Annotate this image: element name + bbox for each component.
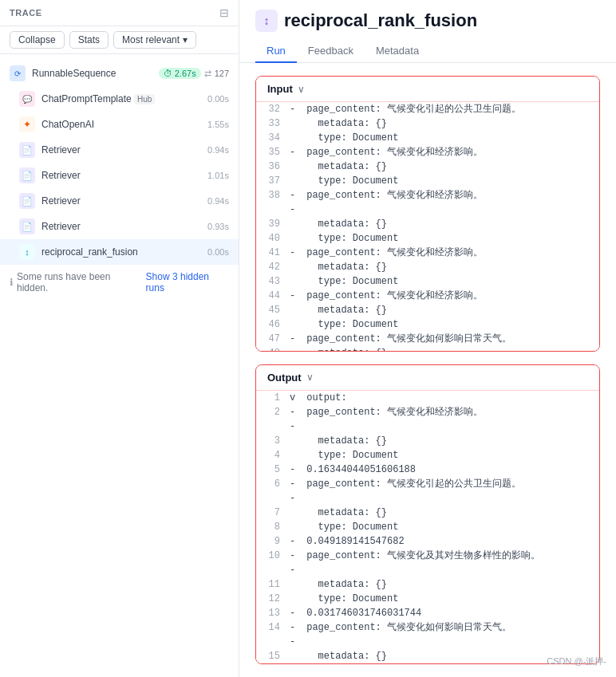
code-line: 5 - 0.16344044051606188 <box>256 462 599 477</box>
code-line: 47 - page_content: 气候变化如何影响日常天气。 <box>256 332 599 346</box>
code-line: 44 - page_content: 气候变化和经济影响。 <box>256 289 599 303</box>
output-section: Output ∨ 1 v output: 2 - - page_content:… <box>255 364 600 664</box>
trace-item-chat-openai[interactable]: ✦ ChatOpenAI 1.55s <box>0 112 239 137</box>
code-line: 32 - page_content: 气候变化引起的公共卫生问题。 <box>256 102 599 116</box>
item-time: 0.93s <box>207 222 229 231</box>
runnable-sequence-icon: ⟳ <box>10 65 26 81</box>
chat-openai-icon: ✦ <box>19 116 35 132</box>
info-icon: ℹ <box>10 277 14 288</box>
arrow-icon: ⇄ <box>204 69 211 79</box>
code-line: 11 metadata: {} <box>256 577 599 592</box>
code-line: 37 type: Document <box>256 174 599 188</box>
input-code-block: 32 - page_content: 气候变化引起的公共卫生问题。 33 met… <box>256 102 599 352</box>
code-line: 9 - 0.049189141547682 <box>256 534 599 549</box>
retriever-icon: 📄 <box>19 167 35 183</box>
time-badge: ⏱ 2.67s <box>159 68 201 79</box>
tab-bar: Run Feedback Metadata <box>255 40 600 62</box>
item-time: 1.01s <box>207 171 229 180</box>
code-line: 3 metadata: {} <box>256 434 599 448</box>
output-code-block: 1 v output: 2 - - page_content: 气候变化和经济影… <box>256 391 599 664</box>
code-line: 39 metadata: {} <box>256 217 599 231</box>
trace-item-retriever-1[interactable]: 📄 Retriever 0.94s <box>0 137 239 163</box>
code-line: 40 type: Document <box>256 231 599 246</box>
tab-run[interactable]: Run <box>255 40 297 63</box>
trace-item-reciprocal[interactable]: ↕ reciprocal_rank_fusion 0.00s ← <box>0 239 239 265</box>
watermark: CSDN @-派押- <box>547 655 606 667</box>
tab-feedback[interactable]: Feedback <box>297 40 365 63</box>
right-content: Input ∨ 32 - page_content: 气候变化引起的公共卫生问题… <box>239 63 616 677</box>
count-badge: 127 <box>215 69 229 78</box>
title-icon: ↕ <box>255 10 278 32</box>
page-title: ↕ reciprocal_rank_fusion <box>255 10 600 32</box>
item-label: Retriever <box>41 221 201 232</box>
code-line: 45 metadata: {} <box>256 303 599 317</box>
item-label: Retriever <box>41 170 201 181</box>
trace-items: ⟳ RunnableSequence ⏱ 2.67s ⇄ 127 💬 ChatP… <box>0 54 239 677</box>
hidden-runs-notice: ℹ Some runs have been hidden. Show 3 hid… <box>0 265 239 300</box>
item-label: ChatOpenAI <box>41 119 201 130</box>
show-hidden-link[interactable]: Show 3 hidden runs <box>146 271 229 293</box>
trace-item-runnable-sequence[interactable]: ⟳ RunnableSequence ⏱ 2.67s ⇄ 127 <box>0 61 239 86</box>
code-line: 8 type: Document <box>256 520 599 534</box>
reciprocal-icon: ↕ <box>19 244 35 260</box>
input-section-header: Input ∨ <box>256 77 599 102</box>
code-line: 13 - 0.031746031746031744 <box>256 606 599 620</box>
item-time: 0.00s <box>207 94 229 104</box>
chat-prompt-icon: 💬 <box>19 91 35 107</box>
retriever-icon: 📄 <box>19 218 35 234</box>
code-line: 35 - page_content: 气候变化和经济影响。 <box>256 145 599 159</box>
code-line: 1 v output: <box>256 391 599 405</box>
trace-item-chat-prompt[interactable]: 💬 ChatPromptTemplate Hub 0.00s <box>0 86 239 112</box>
item-time: 0.94s <box>207 145 229 155</box>
chevron-down-icon[interactable]: ∨ <box>298 84 305 95</box>
right-header: ↕ reciprocal_rank_fusion Run Feedback Me… <box>239 0 616 63</box>
code-line: 43 type: Document <box>256 274 599 289</box>
code-line: 36 metadata: {} <box>256 159 599 174</box>
trace-title: TRACE <box>10 8 42 18</box>
item-label: reciprocal_rank_fusion <box>41 246 201 258</box>
item-time: 0.00s <box>207 247 229 257</box>
output-section-header: Output ∨ <box>256 365 599 391</box>
trace-item-retriever-3[interactable]: 📄 Retriever 0.94s <box>0 188 239 214</box>
item-time: 0.94s <box>207 196 229 206</box>
item-badge: ⏱ 2.67s ⇄ 127 <box>159 68 229 79</box>
chevron-down-icon: ▾ <box>183 34 188 45</box>
retriever-icon: 📄 <box>19 193 35 209</box>
trace-item-retriever-4[interactable]: 📄 Retriever 0.93s <box>0 214 239 239</box>
code-line: 6 - - page_content: 气候变化引起的公共卫生问题。 <box>256 477 599 506</box>
trace-item-retriever-2[interactable]: 📄 Retriever 1.01s <box>0 163 239 188</box>
code-line: 4 type: Document <box>256 448 599 462</box>
toolbar: Collapse Stats Most relevant ▾ <box>0 26 239 54</box>
code-line: 42 metadata: {} <box>256 260 599 274</box>
code-line: 7 metadata: {} <box>256 506 599 520</box>
left-panel: TRACE ⊟ Collapse Stats Most relevant ▾ ⟳… <box>0 0 239 677</box>
code-line: 12 type: Document <box>256 592 599 606</box>
item-time: 1.55s <box>207 120 229 129</box>
code-line: 41 - page_content: 气候变化和经济影响。 <box>256 246 599 260</box>
collapse-button[interactable]: Collapse <box>10 31 65 49</box>
item-label: ChatPromptTemplate Hub <box>41 93 201 104</box>
code-line: 46 type: Document <box>256 317 599 332</box>
panel-toggle-icon[interactable]: ⊟ <box>219 6 229 19</box>
input-section: Input ∨ 32 - page_content: 气候变化引起的公共卫生问题… <box>255 76 600 352</box>
code-line: 14 - - page_content: 气候变化如何影响日常天气。 <box>256 620 599 649</box>
code-line: 38 - - page_content: 气候变化和经济影响。 <box>256 188 599 217</box>
code-line: 10 - - page_content: 气候变化及其对生物多样性的影响。 <box>256 549 599 577</box>
item-label: RunnableSequence <box>32 68 152 79</box>
trace-header: TRACE ⊟ <box>0 0 239 26</box>
item-label: Retriever <box>41 195 201 207</box>
right-panel: ↕ reciprocal_rank_fusion Run Feedback Me… <box>239 0 616 677</box>
chevron-down-icon[interactable]: ∨ <box>306 372 314 383</box>
relevant-dropdown[interactable]: Most relevant ▾ <box>113 31 196 49</box>
stats-button[interactable]: Stats <box>69 31 109 49</box>
item-label: Retriever <box>41 144 201 155</box>
code-line: 2 - - page_content: 气候变化和经济影响。 <box>256 405 599 434</box>
code-line: 34 type: Document <box>256 131 599 145</box>
code-line: 33 metadata: {} <box>256 116 599 131</box>
code-line: 48 metadata: {} <box>256 346 599 352</box>
tab-metadata[interactable]: Metadata <box>365 40 430 63</box>
retriever-icon: 📄 <box>19 142 35 158</box>
